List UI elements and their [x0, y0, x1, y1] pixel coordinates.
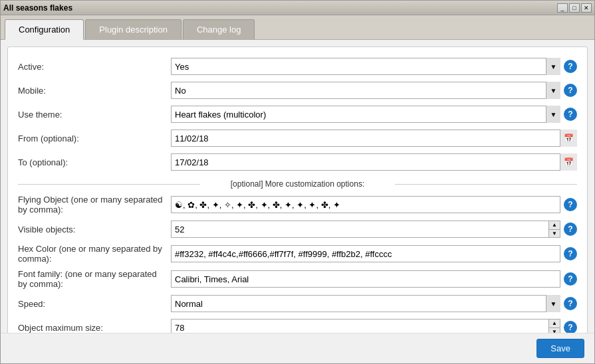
optional-link[interactable]: [optional] More customization options: [200, 177, 396, 191]
use-theme-select-wrap: Heart flakes (multicolor) ▼ [171, 106, 560, 123]
font-family-label: Font family: (one or many separated by c… [18, 269, 171, 289]
flying-object-input[interactable] [171, 196, 560, 213]
hex-color-label: Hex Color (one or many separated by comm… [18, 244, 171, 264]
from-calendar-icon: 📅 [564, 134, 574, 143]
divider-line-right [395, 184, 577, 185]
object-max-size-row: Object maximum size: ▲ ▼ ? [18, 318, 577, 333]
tab-change-log[interactable]: Change log [183, 19, 255, 39]
visible-objects-help-button[interactable]: ? [564, 223, 577, 236]
main-window: All seasons flakes _ □ ✕ Configuration P… [0, 0, 595, 364]
visible-objects-spinner-wrap: ▲ ▼ [171, 221, 560, 238]
restore-button[interactable]: □ [569, 3, 580, 13]
tab-plugin-description[interactable]: Plugin description [85, 19, 181, 39]
object-max-size-label: Object maximum size: [18, 323, 171, 333]
window-controls: _ □ ✕ [557, 3, 592, 13]
object-max-size-spinner-wrap: ▲ ▼ [171, 319, 560, 333]
mobile-label: Mobile: [18, 86, 171, 96]
use-theme-control: Heart flakes (multicolor) ▼ ? [171, 106, 577, 123]
speed-row: Speed: Slow Normal Fast ▼ ? [18, 294, 577, 313]
mobile-help-button[interactable]: ? [564, 84, 577, 97]
visible-objects-label: Visible objects: [18, 225, 171, 234]
flying-object-help-button[interactable]: ? [564, 198, 577, 211]
font-family-control: ? [171, 270, 577, 288]
object-max-size-control: ▲ ▼ ? [171, 319, 577, 333]
mobile-select-wrap: No Yes ▼ [171, 82, 560, 99]
font-family-help-button[interactable]: ? [564, 272, 577, 286]
optional-divider: [optional] More customization options: [18, 177, 577, 191]
object-max-size-input[interactable] [171, 319, 549, 333]
font-family-row: Font family: (one or many separated by c… [18, 269, 577, 289]
visible-objects-control: ▲ ▼ ? [171, 221, 577, 238]
visible-objects-increment[interactable]: ▲ [548, 221, 560, 229]
font-family-input[interactable] [171, 270, 560, 288]
to-date-input[interactable] [171, 153, 577, 171]
window-title: All seasons flakes [3, 3, 72, 13]
to-label: To (optional): [18, 157, 171, 167]
use-theme-help-button[interactable]: ? [564, 108, 577, 121]
visible-objects-decrement[interactable]: ▼ [548, 229, 560, 238]
divider-line-left [18, 184, 200, 185]
minimize-button[interactable]: _ [557, 3, 568, 13]
to-calendar-button[interactable]: 📅 [560, 153, 577, 171]
visible-objects-row: Visible objects: ▲ ▼ ? [18, 220, 577, 238]
use-theme-label: Use theme: [18, 110, 171, 120]
speed-select[interactable]: Slow Normal Fast [171, 295, 560, 312]
visible-objects-input[interactable] [171, 221, 549, 238]
speed-control: Slow Normal Fast ▼ ? [171, 295, 577, 312]
tab-configuration[interactable]: Configuration [5, 19, 84, 40]
tab-bar: Configuration Plugin description Change … [1, 15, 594, 40]
active-select-wrap: Yes No ▼ [171, 58, 560, 75]
to-control: 📅 [171, 153, 577, 171]
flying-object-label: Flying Object (one or many separated by … [18, 195, 171, 215]
content-area: Active: Yes No ▼ ? Mobile: [1, 40, 594, 333]
save-button[interactable]: Save [536, 339, 584, 358]
visible-objects-spinner: ▲ ▼ [548, 221, 560, 238]
active-select[interactable]: Yes No [171, 58, 560, 75]
close-button[interactable]: ✕ [581, 3, 592, 13]
mobile-row: Mobile: No Yes ▼ ? [18, 81, 577, 100]
speed-label: Speed: [18, 299, 171, 309]
mobile-select[interactable]: No Yes [171, 82, 560, 99]
from-label: From (optional): [18, 134, 171, 143]
object-max-size-help-button[interactable]: ? [564, 321, 577, 333]
footer-bar: Save [1, 333, 594, 363]
title-bar: All seasons flakes _ □ ✕ [1, 1, 594, 15]
mobile-control: No Yes ▼ ? [171, 82, 577, 99]
speed-select-wrap: Slow Normal Fast ▼ [171, 295, 560, 312]
flying-object-row: Flying Object (one or many separated by … [18, 195, 577, 215]
hex-color-input[interactable] [171, 245, 560, 262]
speed-help-button[interactable]: ? [564, 297, 577, 310]
form-panel: Active: Yes No ▼ ? Mobile: [7, 46, 588, 333]
active-label: Active: [18, 62, 171, 72]
hex-color-control: ? [171, 245, 577, 262]
from-calendar-button[interactable]: 📅 [560, 130, 577, 147]
object-max-size-spinner: ▲ ▼ [548, 319, 560, 333]
from-control: 📅 [171, 130, 577, 147]
hex-color-help-button[interactable]: ? [564, 247, 577, 260]
active-help-button[interactable]: ? [564, 60, 577, 73]
use-theme-row: Use theme: Heart flakes (multicolor) ▼ ? [18, 105, 577, 124]
from-date-input[interactable] [171, 130, 577, 147]
flying-object-control: ? [171, 196, 577, 213]
from-date-wrap: 📅 [171, 130, 577, 147]
to-row: To (optional): 📅 [18, 153, 577, 171]
to-calendar-icon: 📅 [564, 157, 574, 167]
active-control: Yes No ▼ ? [171, 58, 577, 75]
object-max-size-decrement[interactable]: ▼ [548, 327, 560, 333]
hex-color-row: Hex Color (one or many separated by comm… [18, 244, 577, 264]
use-theme-select[interactable]: Heart flakes (multicolor) [171, 106, 560, 123]
to-date-wrap: 📅 [171, 153, 577, 171]
object-max-size-increment[interactable]: ▲ [548, 319, 560, 327]
active-row: Active: Yes No ▼ ? [18, 57, 577, 76]
from-row: From (optional): 📅 [18, 129, 577, 147]
